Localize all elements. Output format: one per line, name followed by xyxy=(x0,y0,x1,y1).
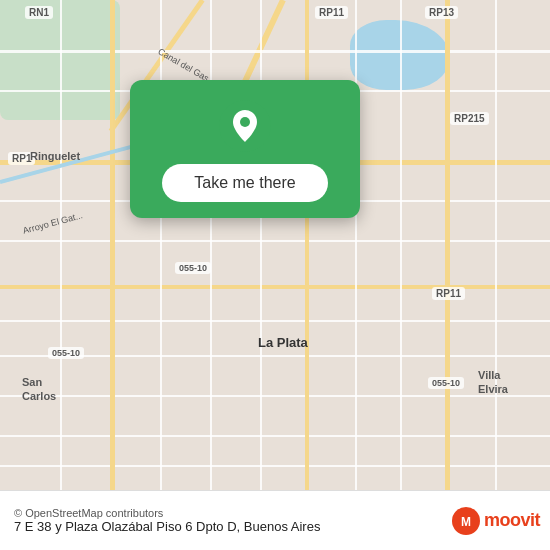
road-label-rp13-top: RP13 xyxy=(425,6,458,19)
moovit-logo: M moovit xyxy=(452,507,540,535)
moovit-icon: M xyxy=(452,507,480,535)
address-text: 7 E 38 y Plaza Olazábal Piso 6 Dpto D, B… xyxy=(14,519,452,534)
road-v8 xyxy=(400,0,402,490)
bottom-bar: © OpenStreetMap contributors 7 E 38 y Pl… xyxy=(0,490,550,550)
road-label-rp11-top: RP11 xyxy=(315,6,348,19)
bottom-left-section: © OpenStreetMap contributors 7 E 38 y Pl… xyxy=(14,507,452,534)
moovit-brand-text: moovit xyxy=(484,510,540,531)
road-label-rp11-mid: RP11 xyxy=(432,287,465,300)
place-sancarlos: SanCarlos xyxy=(22,375,56,404)
svg-point-1 xyxy=(240,117,250,127)
road-label-rp215: RP215 xyxy=(450,112,489,125)
road-v1 xyxy=(60,0,62,490)
road-label-rn1: RN1 xyxy=(25,6,53,19)
road-label-055-10-1: 055-10 xyxy=(175,262,211,274)
road-v7 xyxy=(355,0,357,490)
road-v10 xyxy=(495,0,497,490)
map-container: RN1 RP13 RP11 RP215 RP1 RP13 RP11 055-10… xyxy=(0,0,550,490)
road-h10 xyxy=(0,435,550,437)
road-label-055-10-3: 055-10 xyxy=(428,377,464,389)
road-h1 xyxy=(0,50,550,53)
road-h11 xyxy=(0,465,550,467)
road-v6 xyxy=(305,0,309,490)
road-v2 xyxy=(110,0,115,490)
road-v3 xyxy=(160,0,162,490)
svg-text:M: M xyxy=(461,515,471,529)
place-ringuelet: Ringuelet xyxy=(30,150,80,162)
road-v5 xyxy=(260,0,262,490)
location-pin-icon xyxy=(219,100,271,152)
road-label-055-10-2: 055-10 xyxy=(48,347,84,359)
take-me-there-button[interactable]: Take me there xyxy=(162,164,327,202)
road-h5 xyxy=(0,240,550,242)
location-card: Take me there xyxy=(130,80,360,218)
road-v9 xyxy=(445,0,450,490)
road-h9 xyxy=(0,395,550,397)
road-v4 xyxy=(210,0,212,490)
place-laplata: La Plata xyxy=(258,335,308,350)
attribution-text: © OpenStreetMap contributors xyxy=(14,507,452,519)
road-h6 xyxy=(0,285,550,289)
road-h7 xyxy=(0,320,550,322)
place-villaelvira: VillaElvira xyxy=(478,368,508,397)
